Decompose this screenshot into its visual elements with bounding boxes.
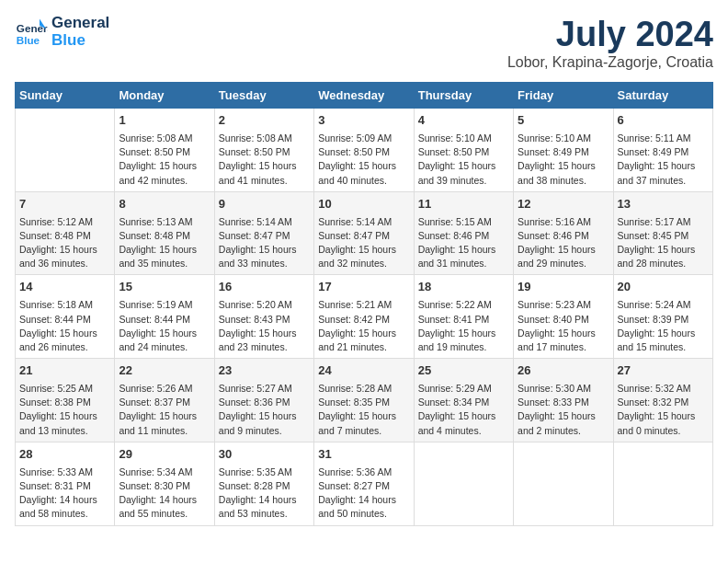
logo-line2: Blue	[51, 32, 109, 50]
day-info: Sunrise: 5:10 AM Sunset: 8:49 PM Dayligh…	[518, 132, 609, 188]
calendar-cell: 5Sunrise: 5:10 AM Sunset: 8:49 PM Daylig…	[514, 109, 613, 192]
calendar-cell: 30Sunrise: 5:35 AM Sunset: 8:28 PM Dayli…	[214, 442, 313, 525]
day-number: 28	[19, 446, 110, 464]
day-number: 16	[219, 279, 310, 296]
day-info: Sunrise: 5:08 AM Sunset: 8:50 PM Dayligh…	[219, 132, 310, 188]
day-number: 7	[19, 196, 110, 213]
calendar-header: SundayMondayTuesdayWednesdayThursdayFrid…	[16, 83, 713, 109]
day-info: Sunrise: 5:20 AM Sunset: 8:43 PM Dayligh…	[219, 298, 310, 354]
day-info: Sunrise: 5:29 AM Sunset: 8:34 PM Dayligh…	[418, 382, 509, 438]
day-number: 15	[119, 279, 210, 296]
calendar-cell: 14Sunrise: 5:18 AM Sunset: 8:44 PM Dayli…	[16, 275, 115, 359]
calendar-cell: 22Sunrise: 5:26 AM Sunset: 8:37 PM Dayli…	[115, 359, 214, 442]
logo-line1: General	[51, 15, 109, 32]
page-header: General Blue General Blue July 2024 Lobo…	[15, 15, 713, 71]
day-number: 24	[318, 362, 409, 380]
calendar-cell: 11Sunrise: 5:15 AM Sunset: 8:46 PM Dayli…	[414, 191, 513, 275]
calendar-cell	[414, 442, 513, 525]
calendar-cell: 8Sunrise: 5:13 AM Sunset: 8:48 PM Daylig…	[115, 191, 214, 275]
day-number: 3	[318, 112, 409, 130]
week-row-5: 28Sunrise: 5:33 AM Sunset: 8:31 PM Dayli…	[16, 442, 713, 525]
calendar-cell: 7Sunrise: 5:12 AM Sunset: 8:48 PM Daylig…	[16, 191, 115, 275]
calendar-cell: 27Sunrise: 5:32 AM Sunset: 8:32 PM Dayli…	[613, 359, 712, 442]
day-number: 22	[119, 362, 210, 380]
day-number: 19	[518, 279, 609, 296]
day-info: Sunrise: 5:25 AM Sunset: 8:38 PM Dayligh…	[19, 382, 110, 438]
day-info: Sunrise: 5:14 AM Sunset: 8:47 PM Dayligh…	[219, 215, 310, 271]
day-info: Sunrise: 5:32 AM Sunset: 8:32 PM Dayligh…	[618, 382, 709, 438]
calendar-cell: 23Sunrise: 5:27 AM Sunset: 8:36 PM Dayli…	[214, 359, 313, 442]
col-header-monday: Monday	[115, 83, 214, 109]
day-number: 18	[418, 279, 509, 296]
day-info: Sunrise: 5:23 AM Sunset: 8:40 PM Dayligh…	[518, 298, 609, 354]
month-title: July 2024	[507, 15, 713, 54]
col-header-friday: Friday	[514, 83, 613, 109]
calendar-body: 1Sunrise: 5:08 AM Sunset: 8:50 PM Daylig…	[16, 109, 713, 526]
calendar-cell: 1Sunrise: 5:08 AM Sunset: 8:50 PM Daylig…	[115, 109, 214, 192]
day-number: 29	[119, 446, 210, 464]
day-info: Sunrise: 5:13 AM Sunset: 8:48 PM Dayligh…	[119, 215, 210, 271]
day-info: Sunrise: 5:18 AM Sunset: 8:44 PM Dayligh…	[19, 298, 110, 354]
day-number: 11	[418, 196, 509, 213]
calendar-cell: 13Sunrise: 5:17 AM Sunset: 8:45 PM Dayli…	[613, 191, 712, 275]
day-info: Sunrise: 5:35 AM Sunset: 8:28 PM Dayligh…	[219, 465, 310, 522]
day-number: 12	[518, 196, 609, 213]
calendar-cell: 4Sunrise: 5:10 AM Sunset: 8:50 PM Daylig…	[414, 109, 513, 192]
calendar-cell: 24Sunrise: 5:28 AM Sunset: 8:35 PM Dayli…	[314, 359, 414, 442]
day-number: 30	[219, 446, 310, 464]
day-info: Sunrise: 5:26 AM Sunset: 8:37 PM Dayligh…	[119, 382, 210, 438]
day-number: 10	[318, 196, 409, 213]
day-number: 13	[618, 196, 709, 213]
day-number: 5	[518, 112, 609, 130]
calendar-cell: 31Sunrise: 5:36 AM Sunset: 8:27 PM Dayli…	[314, 442, 414, 525]
day-number: 31	[318, 446, 409, 464]
header-row: SundayMondayTuesdayWednesdayThursdayFrid…	[16, 83, 713, 109]
calendar-table: SundayMondayTuesdayWednesdayThursdayFrid…	[15, 82, 713, 526]
location: Lobor, Krapina-Zagorje, Croatia	[507, 54, 713, 71]
day-number: 14	[19, 279, 110, 296]
calendar-cell	[514, 442, 613, 525]
day-number: 26	[518, 362, 609, 380]
svg-text:Blue: Blue	[17, 33, 40, 45]
week-row-4: 21Sunrise: 5:25 AM Sunset: 8:38 PM Dayli…	[16, 359, 713, 442]
calendar-cell: 19Sunrise: 5:23 AM Sunset: 8:40 PM Dayli…	[514, 275, 613, 359]
day-info: Sunrise: 5:30 AM Sunset: 8:33 PM Dayligh…	[518, 382, 609, 438]
logo-icon: General Blue	[15, 16, 48, 49]
calendar-cell: 12Sunrise: 5:16 AM Sunset: 8:46 PM Dayli…	[514, 191, 613, 275]
day-info: Sunrise: 5:08 AM Sunset: 8:50 PM Dayligh…	[119, 132, 210, 188]
day-number: 9	[219, 196, 310, 213]
day-number: 25	[418, 362, 509, 380]
day-info: Sunrise: 5:15 AM Sunset: 8:46 PM Dayligh…	[418, 215, 509, 271]
col-header-sunday: Sunday	[16, 83, 115, 109]
day-number: 20	[618, 279, 709, 296]
calendar-cell: 3Sunrise: 5:09 AM Sunset: 8:50 PM Daylig…	[314, 109, 414, 192]
svg-text:General: General	[17, 22, 48, 34]
day-number: 4	[418, 112, 509, 130]
calendar-cell: 18Sunrise: 5:22 AM Sunset: 8:41 PM Dayli…	[414, 275, 513, 359]
calendar-cell: 15Sunrise: 5:19 AM Sunset: 8:44 PM Dayli…	[115, 275, 214, 359]
day-number: 17	[318, 279, 409, 296]
day-info: Sunrise: 5:11 AM Sunset: 8:49 PM Dayligh…	[618, 132, 709, 188]
day-info: Sunrise: 5:33 AM Sunset: 8:31 PM Dayligh…	[19, 465, 110, 522]
calendar-cell: 17Sunrise: 5:21 AM Sunset: 8:42 PM Dayli…	[314, 275, 414, 359]
day-info: Sunrise: 5:27 AM Sunset: 8:36 PM Dayligh…	[219, 382, 310, 438]
title-block: July 2024 Lobor, Krapina-Zagorje, Croati…	[507, 15, 713, 71]
calendar-cell: 9Sunrise: 5:14 AM Sunset: 8:47 PM Daylig…	[214, 191, 313, 275]
day-info: Sunrise: 5:22 AM Sunset: 8:41 PM Dayligh…	[418, 298, 509, 354]
day-info: Sunrise: 5:09 AM Sunset: 8:50 PM Dayligh…	[318, 132, 409, 188]
day-info: Sunrise: 5:24 AM Sunset: 8:39 PM Dayligh…	[618, 298, 709, 354]
logo: General Blue General Blue	[15, 15, 109, 49]
day-info: Sunrise: 5:19 AM Sunset: 8:44 PM Dayligh…	[119, 298, 210, 354]
calendar-cell: 2Sunrise: 5:08 AM Sunset: 8:50 PM Daylig…	[214, 109, 313, 192]
col-header-tuesday: Tuesday	[214, 83, 313, 109]
day-number: 27	[618, 362, 709, 380]
calendar-cell: 28Sunrise: 5:33 AM Sunset: 8:31 PM Dayli…	[16, 442, 115, 525]
day-number: 1	[119, 112, 210, 130]
calendar-cell: 10Sunrise: 5:14 AM Sunset: 8:47 PM Dayli…	[314, 191, 414, 275]
col-header-wednesday: Wednesday	[314, 83, 414, 109]
day-info: Sunrise: 5:10 AM Sunset: 8:50 PM Dayligh…	[418, 132, 509, 188]
day-number: 23	[219, 362, 310, 380]
calendar-cell: 20Sunrise: 5:24 AM Sunset: 8:39 PM Dayli…	[613, 275, 712, 359]
day-info: Sunrise: 5:12 AM Sunset: 8:48 PM Dayligh…	[19, 215, 110, 271]
day-number: 2	[219, 112, 310, 130]
